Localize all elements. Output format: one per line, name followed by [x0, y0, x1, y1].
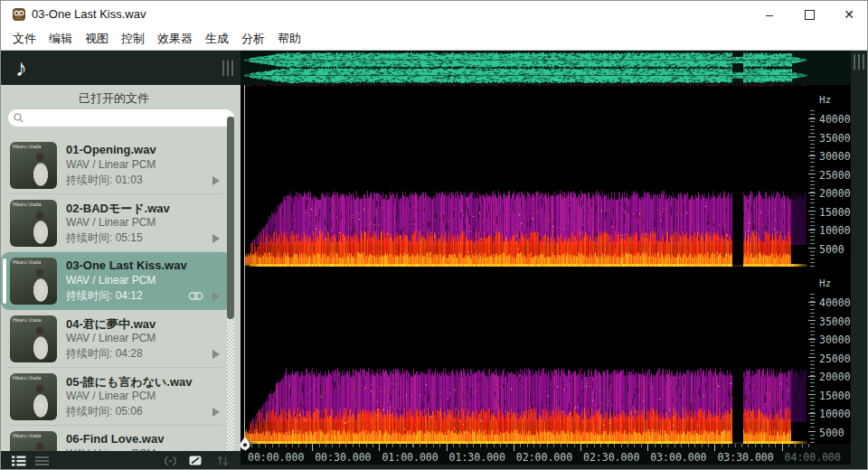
play-button[interactable] [212, 234, 220, 243]
window-titlebar[interactable]: 03-One Last Kiss.wav – ✕ [1, 1, 868, 28]
spectrogram-channel-left[interactable]: 500010000150002000025000300003500040000H… [241, 85, 851, 267]
link-icon [188, 291, 203, 301]
sidebar-toolbar [1, 451, 241, 470]
detailed-list-icon[interactable] [12, 456, 26, 466]
time-axis-tick [580, 444, 581, 451]
time-axis-label: 00:30.000 [315, 451, 371, 464]
bottom-strip [241, 465, 851, 470]
panel-toggle-icon[interactable] [189, 456, 202, 465]
playback-cursor-line [244, 85, 245, 444]
sidebar-scrollbar-thumb[interactable] [227, 117, 234, 319]
file-list: Hikaru Utada 01-Opening.wav WAV / Linear… [1, 136, 232, 451]
freq-axis-label: 35000 [819, 132, 851, 145]
file-duration: 持续时间: 04:12 [66, 288, 143, 304]
playback-cursor-pin[interactable] [240, 437, 250, 451]
album-art: Hikaru Utada [10, 315, 57, 362]
waveform-overview[interactable] [241, 51, 851, 85]
panel-drag-grip-icon[interactable] [222, 61, 234, 76]
time-axis-label: 01:00.000 [382, 451, 438, 464]
file-name: 06-Find Love.wav [66, 432, 164, 446]
freq-axis-label: 25000 [819, 352, 851, 365]
rail-drag-grip-icon[interactable] [854, 54, 865, 70]
loop-icon[interactable] [164, 456, 177, 466]
maximize-button[interactable] [789, 1, 829, 28]
file-duration: 持续时间: 05:15 [66, 230, 143, 246]
file-list-item[interactable]: Hikaru Utada 04-君に夢中.wav WAV / Linear PC… [1, 310, 232, 368]
search-box[interactable] [8, 109, 234, 127]
menu-item[interactable]: 分析 [235, 28, 271, 50]
right-rail [851, 51, 868, 470]
time-axis-tick [514, 444, 514, 451]
file-list-item[interactable]: Hikaru Utada 03-One Last Kiss.wav WAV / … [1, 252, 232, 310]
freq-axis-unit: Hz [819, 94, 831, 106]
sort-arrows-icon[interactable] [216, 456, 230, 466]
album-art-label: Hikaru Utada [13, 202, 42, 207]
file-name: 01-Opening.wav [66, 143, 156, 156]
freq-axis-tick [808, 413, 816, 414]
album-art: Hikaru Utada [10, 373, 57, 420]
file-name: 05-誰にも言わない.wav [66, 374, 193, 390]
overview-waveform-canvas[interactable] [244, 52, 808, 84]
app-window: 03-One Last Kiss.wav – ✕ 文件编辑视图控制效果器生成分析… [0, 0, 868, 470]
time-axis-label: 03:00.000 [650, 451, 706, 464]
freq-axis-label: 40000 [819, 113, 851, 126]
menu-item[interactable]: 生成 [199, 28, 235, 50]
album-art: Hikaru Utada [10, 142, 57, 189]
file-name: 04-君に夢中.wav [66, 316, 156, 333]
freq-axis-label: 15000 [819, 390, 851, 402]
music-note-icon: ♪ [15, 54, 27, 81]
freq-axis-tick [808, 211, 816, 212]
time-axis-tick [714, 444, 715, 451]
play-button[interactable] [212, 350, 220, 359]
menu-item[interactable]: 视图 [79, 28, 115, 50]
spectrogram-canvas-left[interactable] [244, 85, 808, 267]
file-list-item[interactable]: Hikaru Utada 01-Opening.wav WAV / Linear… [1, 136, 232, 194]
freq-axis-tick [808, 339, 816, 340]
freq-axis-tick [808, 155, 816, 156]
freq-axis-tick [808, 230, 816, 230]
play-button[interactable] [212, 292, 220, 301]
time-axis-label: 02:00.000 [516, 451, 572, 464]
menu-item[interactable]: 效果器 [151, 28, 199, 50]
simple-list-icon[interactable] [35, 456, 49, 466]
freq-axis-label: 30000 [819, 150, 851, 163]
play-button[interactable] [212, 408, 220, 417]
time-axis-tick [647, 444, 648, 451]
spectrogram-channel-right[interactable]: 500010000150002000025000300003500040000H… [241, 267, 851, 444]
album-art-label: Hikaru Utada [13, 317, 42, 323]
time-axis-tick [379, 444, 380, 451]
menu-item[interactable]: 帮助 [271, 28, 307, 50]
album-art-label: Hikaru Utada [13, 259, 42, 265]
time-axis-label: 00:00.000 [248, 451, 304, 464]
freq-axis-tick [808, 248, 816, 249]
time-axis-label: 02:30.000 [583, 451, 639, 464]
play-button[interactable] [212, 176, 220, 185]
menu-item[interactable]: 文件 [6, 28, 42, 50]
album-art: Hikaru Utada [10, 258, 57, 305]
menu-item[interactable]: 控制 [115, 28, 151, 50]
search-input[interactable] [28, 110, 231, 127]
time-axis-tick [312, 444, 313, 451]
time-axis-label: 04:00.000 [785, 451, 841, 464]
panel-title: 已打开的文件 [1, 90, 227, 107]
file-format: WAV / Linear PCM [66, 332, 156, 344]
freq-axis-label: 10000 [819, 408, 851, 420]
close-button[interactable]: ✕ [829, 1, 868, 28]
time-axis-label: 03:30.000 [717, 451, 773, 464]
freq-axis-label: 15000 [819, 206, 851, 219]
freq-axis-unit: Hz [819, 277, 831, 289]
selection-bar [3, 258, 6, 304]
file-list-item[interactable]: Hikaru Utada 06-Find Love.wav WAV / Line… [1, 426, 232, 451]
album-art-label: Hikaru Utada [13, 433, 42, 438]
file-list-item[interactable]: Hikaru Utada 05-誰にも言わない.wav WAV / Linear… [1, 368, 232, 426]
album-art-label: Hikaru Utada [13, 375, 42, 381]
freq-axis-tick [808, 174, 816, 174]
app-icon [12, 7, 26, 22]
file-format: WAV / Linear PCM [66, 216, 156, 229]
file-list-item[interactable]: Hikaru Utada 02-BADモード.wav WAV / Linear … [1, 194, 232, 252]
freq-axis-label: 20000 [819, 187, 851, 200]
sidebar-scrollbar[interactable] [227, 117, 234, 451]
minimize-button[interactable]: – [750, 1, 789, 28]
menu-item[interactable]: 编辑 [42, 28, 79, 50]
spectrogram-canvas-right[interactable] [244, 267, 808, 444]
